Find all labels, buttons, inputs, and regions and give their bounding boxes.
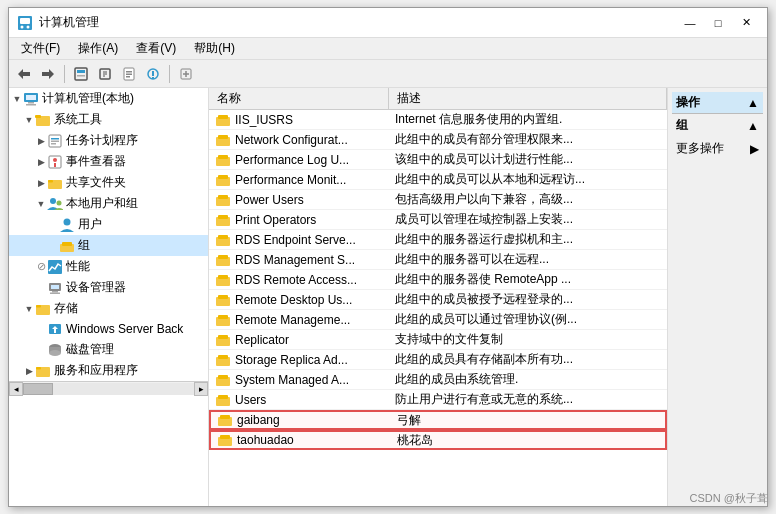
menu-view[interactable]: 查看(V)	[128, 38, 184, 59]
tree-item-shared[interactable]: ▶ 共享文件夹	[9, 172, 208, 193]
tree-scrollbar-h[interactable]: ◂ ▸	[9, 381, 208, 395]
list-cell-name-5: Print Operators	[209, 210, 389, 229]
list-row-15[interactable]: gaibang弓解	[209, 410, 667, 430]
list-cell-desc-12: 此组的成员具有存储副本所有功...	[389, 350, 667, 369]
list-name-text-5: Print Operators	[235, 213, 316, 227]
list-row-1[interactable]: Network Configurat...此组中的成员有部分管理权限来...	[209, 130, 667, 150]
tree-label-service: 服务和应用程序	[54, 362, 138, 379]
toolbar-btn-4[interactable]	[94, 63, 116, 85]
scroll-left[interactable]: ◂	[9, 382, 23, 396]
svg-rect-81	[218, 395, 228, 399]
right-panel: 操作 ▲ 组 ▲ 更多操作 ▶	[667, 88, 767, 506]
group-icon-11	[215, 332, 231, 348]
menu-help[interactable]: 帮助(H)	[186, 38, 243, 59]
forward-button[interactable]	[37, 63, 59, 85]
expand-event[interactable]: ▶	[35, 156, 47, 168]
list-body: IIS_IUSRSInternet 信息服务使用的内置组.Network Con…	[209, 110, 667, 506]
tree-item-task[interactable]: ▶ 任务计划程序	[9, 130, 208, 151]
list-row-10[interactable]: Remote Manageme...此组的成员可以通过管理协议(例...	[209, 310, 667, 330]
close-button[interactable]: ✕	[733, 13, 759, 33]
list-row-4[interactable]: Power Users包括高级用户以向下兼容，高级...	[209, 190, 667, 210]
expand-users	[47, 219, 59, 231]
list-name-text-3: Performance Monit...	[235, 173, 346, 187]
svg-rect-39	[48, 260, 62, 274]
expand-task[interactable]: ▶	[35, 135, 47, 147]
toolbar-btn-5[interactable]	[118, 63, 140, 85]
expand-disk	[35, 344, 47, 356]
svg-rect-57	[218, 155, 228, 159]
col-header-desc[interactable]: 描述	[389, 88, 667, 109]
tree-item-storage[interactable]: ▼ 存储	[9, 298, 208, 319]
icon-shared	[47, 175, 63, 191]
svg-rect-73	[218, 315, 228, 319]
list-row-7[interactable]: RDS Management S...此组中的服务器可以在远程...	[209, 250, 667, 270]
list-row-12[interactable]: Storage Replica Ad...此组的成员具有存储副本所有功...	[209, 350, 667, 370]
list-cell-name-9: Remote Desktop Us...	[209, 290, 389, 309]
menu-action[interactable]: 操作(A)	[70, 38, 126, 59]
tree-item-perf[interactable]: ⊘ 性能	[9, 256, 208, 277]
scroll-thumb-h[interactable]	[23, 383, 53, 395]
tree-item-backup[interactable]: Windows Server Back	[9, 319, 208, 339]
icon-disk	[47, 342, 63, 358]
back-button[interactable]	[13, 63, 35, 85]
list-row-9[interactable]: Remote Desktop Us...此组中的成员被授予远程登录的...	[209, 290, 667, 310]
icon-users	[59, 217, 75, 233]
svg-rect-38	[62, 242, 72, 246]
toolbar-btn-6[interactable]	[142, 63, 164, 85]
menu-file[interactable]: 文件(F)	[13, 38, 68, 59]
action-more[interactable]: 更多操作 ▶	[672, 137, 763, 160]
col-header-name[interactable]: 名称	[209, 88, 389, 109]
list-row-8[interactable]: RDS Remote Access...此组中的服务器使 RemoteApp .…	[209, 270, 667, 290]
list-name-text-12: Storage Replica Ad...	[235, 353, 348, 367]
svg-rect-55	[218, 135, 228, 139]
expand-storage[interactable]: ▼	[23, 303, 35, 315]
toolbar-sep-2	[169, 65, 170, 83]
group-icon-14	[215, 392, 231, 408]
list-row-11[interactable]: Replicator支持域中的文件复制	[209, 330, 667, 350]
minimize-button[interactable]: —	[677, 13, 703, 33]
list-name-text-10: Remote Manageme...	[235, 313, 350, 327]
svg-rect-26	[51, 138, 59, 140]
list-row-6[interactable]: RDS Endpoint Serve...此组中的服务器运行虚拟机和主...	[209, 230, 667, 250]
tree-label-disk: 磁盘管理	[66, 341, 114, 358]
list-row-16[interactable]: taohuadao桃花岛	[209, 430, 667, 450]
group-icon-2	[215, 152, 231, 168]
expand-shared[interactable]: ▶	[35, 177, 47, 189]
expand-perf[interactable]: ⊘	[35, 261, 47, 273]
list-cell-desc-10: 此组的成员可以通过管理协议(例...	[389, 310, 667, 329]
list-row-13[interactable]: System Managed A...此组的成员由系统管理.	[209, 370, 667, 390]
list-row-0[interactable]: IIS_IUSRSInternet 信息服务使用的内置组.	[209, 110, 667, 130]
tree-item-root[interactable]: ▼ 计算机管理(本地)	[9, 88, 208, 109]
tree-item-event[interactable]: ▶ 事件查看器	[9, 151, 208, 172]
list-row-14[interactable]: Users防止用户进行有意或无意的系统...	[209, 390, 667, 410]
tree-item-service[interactable]: ▶ 服务和应用程序	[9, 360, 208, 381]
toolbar-btn-3[interactable]	[70, 63, 92, 85]
toolbar-btn-7[interactable]	[175, 63, 197, 85]
expand-localusers[interactable]: ▼	[35, 198, 47, 210]
list-row-3[interactable]: Performance Monit...此组中的成员可以从本地和远程访...	[209, 170, 667, 190]
tree-item-device[interactable]: 设备管理器	[9, 277, 208, 298]
tree-item-systemtools[interactable]: ▼ 系统工具	[9, 109, 208, 130]
icon-event	[47, 154, 63, 170]
list-row-5[interactable]: Print Operators成员可以管理在域控制器上安装...	[209, 210, 667, 230]
maximize-button[interactable]: □	[705, 13, 731, 33]
list-cell-desc-5: 成员可以管理在域控制器上安装...	[389, 210, 667, 229]
tree-label-task: 任务计划程序	[66, 132, 138, 149]
tree-item-localusers[interactable]: ▼ 本地用户和组	[9, 193, 208, 214]
group-icon-10	[215, 312, 231, 328]
list-row-2[interactable]: Performance Log U...该组中的成员可以计划进行性能...	[209, 150, 667, 170]
expand-root[interactable]: ▼	[11, 93, 23, 105]
tree-item-disk[interactable]: 磁盘管理	[9, 339, 208, 360]
svg-rect-51	[36, 367, 41, 370]
expand-group	[47, 240, 59, 252]
tree-label-perf: 性能	[66, 258, 90, 275]
expand-service[interactable]: ▶	[23, 365, 35, 377]
list-cell-name-14: Users	[209, 390, 389, 409]
group-icon-4	[215, 192, 231, 208]
scroll-right[interactable]: ▸	[194, 382, 208, 396]
tree-label-backup: Windows Server Back	[66, 322, 183, 336]
tree-item-group[interactable]: 组	[9, 235, 208, 256]
expand-systemtools[interactable]: ▼	[23, 114, 35, 126]
list-cell-desc-14: 防止用户进行有意或无意的系统...	[389, 390, 667, 409]
tree-item-users[interactable]: 用户	[9, 214, 208, 235]
